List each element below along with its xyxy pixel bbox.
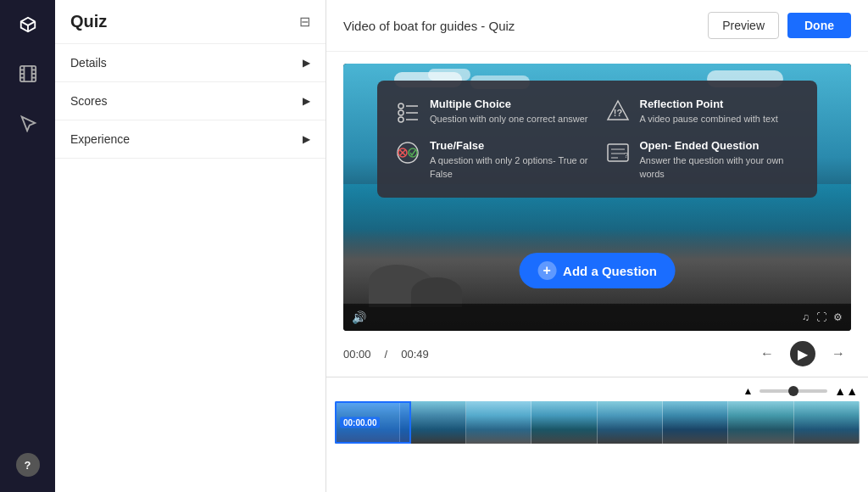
add-question-label: Add a Question [563, 264, 657, 278]
sidebar: Quiz ⊟ Details ▶ Scores ▶ Experience ▶ [55, 0, 326, 492]
sidebar-item-scores[interactable]: Scores ▶ [55, 82, 326, 120]
nav-cube-icon[interactable] [12, 8, 44, 41]
true-false-icon [394, 139, 421, 166]
svg-point-18 [398, 143, 418, 163]
zoom-increase-icon[interactable]: ▲▲ [834, 384, 858, 398]
video-control-icons-right: ♫ ⛶ ⚙ [802, 311, 843, 323]
svg-point-12 [398, 110, 403, 115]
volume-icon[interactable]: 🔊 [352, 310, 366, 324]
sidebar-item-details-arrow: ▶ [303, 57, 310, 69]
timeline-frame-6 [663, 401, 728, 444]
current-time: 00:00 [343, 348, 371, 361]
time-separator: / [385, 348, 388, 361]
q-type-multiple-choice[interactable]: Multiple Choice Question with only one c… [394, 98, 591, 126]
open-ended-icon: ? [604, 139, 632, 166]
timeline-frame-4 [531, 401, 597, 444]
timeline-strip[interactable]: 00:00.00 [335, 401, 860, 444]
true-false-text: True/False A question with only 2 option… [430, 139, 591, 181]
sidebar-item-details-label: Details [70, 56, 107, 70]
svg-text:?: ? [623, 151, 627, 159]
svg-point-22 [409, 148, 417, 157]
prev-button[interactable]: ← [754, 341, 780, 366]
cloud-2 [428, 69, 470, 81]
sidebar-title: Quiz [70, 12, 107, 31]
zoom-slider[interactable] [760, 389, 827, 393]
playback-row: 00:00 / 00:49 ← ▶ → [326, 331, 868, 377]
nav-bar: ? [0, 0, 55, 492]
multiple-choice-text: Multiple Choice Question with only one c… [430, 98, 587, 126]
add-question-plus-icon: + [537, 261, 556, 280]
music-icon: ♫ [802, 311, 810, 323]
fullscreen-icon[interactable]: ⛶ [816, 311, 826, 323]
zoom-decrease-icon[interactable]: ▲ [743, 385, 753, 397]
sidebar-header: Quiz ⊟ [55, 0, 326, 44]
sidebar-item-experience[interactable]: Experience ▶ [55, 120, 326, 159]
timeline-frame-3 [466, 401, 531, 444]
preview-button[interactable]: Preview [708, 12, 779, 39]
open-ended-text: Open- Ended Question Answer the question… [640, 139, 801, 181]
q-type-reflection[interactable]: !? Reflection Point A video pause combin… [604, 98, 801, 126]
top-bar: Video of boat for guides - Quiz Preview … [326, 0, 868, 52]
reflection-text: Reflection Point A video pause combined … [640, 98, 778, 126]
total-time: 00:49 [401, 348, 429, 361]
sidebar-item-scores-arrow: ▶ [303, 95, 310, 107]
rock-2 [411, 277, 462, 307]
q-type-open-ended[interactable]: ? Open- Ended Question Answer the questi… [604, 139, 801, 181]
zoom-thumb [788, 386, 798, 396]
sidebar-item-experience-arrow: ▶ [303, 133, 310, 145]
sidebar-item-details[interactable]: Details ▶ [55, 44, 326, 82]
playback-controls: ← ▶ → [754, 341, 851, 366]
question-type-overlay: Multiple Choice Question with only one c… [377, 81, 817, 198]
page-title: Video of boat for guides - Quiz [343, 19, 515, 33]
help-button[interactable]: ? [16, 453, 40, 477]
play-button[interactable]: ▶ [790, 341, 815, 366]
sidebar-item-scores-label: Scores [70, 94, 108, 108]
svg-point-10 [398, 103, 403, 109]
video-controls-bar: 🔊 ♫ ⛶ ⚙ [343, 304, 851, 331]
svg-point-14 [398, 117, 403, 122]
timeline-frame-8 [794, 401, 860, 444]
timeline-header: ▲ ▲▲ [335, 384, 860, 398]
timeline-section: ▲ ▲▲ 00:00.00 [326, 377, 868, 444]
settings-icon[interactable]: ⚙ [833, 311, 843, 323]
nav-cursor-icon[interactable] [12, 107, 44, 139]
svg-text:!?: !? [613, 108, 622, 118]
add-question-button[interactable]: + Add a Question [519, 253, 676, 288]
multiple-choice-icon [394, 98, 421, 125]
timeline-frame-5 [598, 401, 663, 444]
q-type-true-false[interactable]: True/False A question with only 2 option… [394, 139, 591, 181]
top-bar-actions: Preview Done [708, 12, 851, 39]
reflection-icon: !? [604, 98, 632, 125]
main-content: Video of boat for guides - Quiz Preview … [326, 0, 868, 492]
video-container: Multiple Choice Question with only one c… [343, 64, 851, 331]
nav-film-icon[interactable] [12, 58, 44, 90]
next-button[interactable]: → [826, 341, 851, 366]
timeline-timestamp: 00:00.00 [340, 417, 380, 428]
sidebar-item-experience-label: Experience [70, 132, 130, 146]
timeline-frame-7 [728, 401, 793, 444]
timeline-playhead[interactable]: 00:00.00 [335, 401, 411, 444]
sidebar-expand-icon[interactable]: ⊟ [299, 14, 310, 30]
done-button[interactable]: Done [787, 13, 851, 38]
